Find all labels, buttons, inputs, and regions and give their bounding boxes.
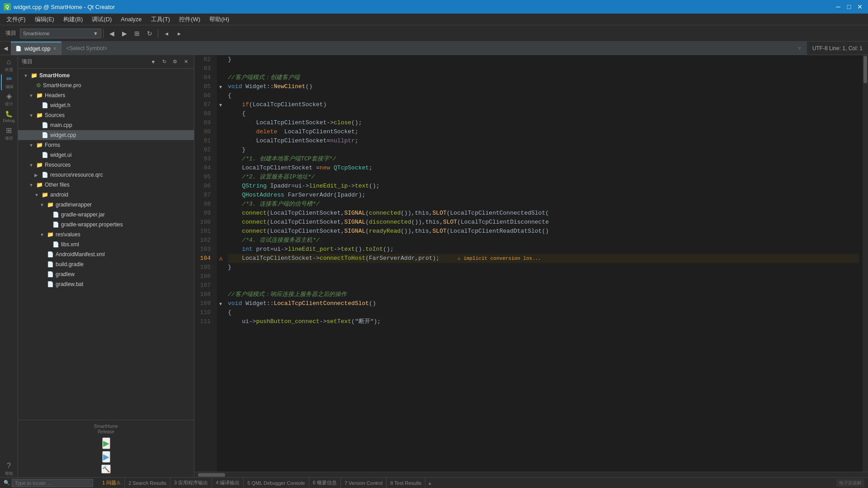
tree-item-main-cpp[interactable]: 📄 main.cpp [18,120,194,130]
toolbar-debug-nav-fwd[interactable]: ▸ [173,27,185,40]
tree-item-widget-cpp[interactable]: 📄 widget.cpp [18,130,194,140]
sidebar-project[interactable]: ⊞ 项目 [1,126,17,142]
sidebar-help[interactable]: ? 帮助 [1,461,17,477]
tree-item-android[interactable]: ▼ 📁 android [18,190,194,200]
fold-85[interactable]: ▼ [217,82,224,91]
toolbar-debug-nav-back[interactable]: ◂ [160,27,173,40]
gradle-wrapper-icon: 📁 [47,202,54,208]
tree-item-libs-xml[interactable]: 📄 libs.xml [18,239,194,249]
search-icon: 🔍 [4,480,10,486]
menu-edit[interactable]: 编辑(E) [30,14,59,24]
other-files-icon: 📁 [36,182,43,188]
status-logo: 电子反破解 [836,479,864,487]
tree-item-sources[interactable]: ▼ 📁 Sources [18,110,194,120]
horizontal-scrollbar[interactable] [194,472,868,477]
minimize-button[interactable]: ─ [834,2,843,11]
tree-item-forms[interactable]: ▼ 📁 Forms [18,140,194,150]
menu-build[interactable]: 构建(B) [59,14,87,24]
symbol-search[interactable]: <Select Symbol> ▼ [61,42,807,55]
tree-item-build-gradle[interactable]: 📄 build.gradle [18,259,194,269]
scrollbar-thumb[interactable] [863,56,867,83]
menu-controls[interactable]: 控件(W) [175,14,205,24]
tab-nav-left[interactable]: ◀ [0,43,11,54]
menu-file[interactable]: 文件(F) [2,14,30,24]
menu-tools[interactable]: 工具(T) [146,14,175,24]
project-selector[interactable]: SmartHome ▼ [20,28,101,38]
tree-item-gradlew[interactable]: 📄 gradlew [18,269,194,279]
toolbar-back[interactable]: ◀ [105,27,118,40]
tree-item-widget-h[interactable]: 📄 widget.h [18,100,194,110]
line-num-87: 87 [194,100,214,109]
line-num-83: 83 [194,64,214,73]
status-overview[interactable]: 6 概要信息 [309,478,341,488]
fold-98 [217,200,224,209]
menu-help[interactable]: 帮助(H) [205,14,234,24]
status-qml-debugger[interactable]: 5 QML Debugger Console [244,478,309,488]
sidebar-debug[interactable]: 🐛 Debug [1,108,17,125]
run-button[interactable]: ▶ [102,437,110,449]
tree-item-gradle-props[interactable]: 📄 gradle-wrapper.properties [18,220,194,230]
tab-close-button[interactable]: ✕ [53,46,57,51]
tree-item-widget-ui[interactable]: 📄 widget.ui [18,150,194,160]
status-search-results[interactable]: 2 Search Results [125,478,170,488]
res-values-arrow: ▼ [40,232,45,237]
tree-item-android-manifest[interactable]: 📄 AndroidManifest.xml [18,249,194,259]
code-line-109: void Widget:: LocalTcpClientConnectedSlo… [228,299,859,308]
menu-debug[interactable]: 调试(D) [87,14,116,24]
tree-item-res-values[interactable]: ▼ 📁 res\values [18,230,194,239]
line-num-93: 93 [194,155,214,164]
status-test-results[interactable]: 8 Test Results [387,478,425,488]
tree-item-gradle-jar[interactable]: 📄 gradle-wrapper.jar [18,210,194,220]
project-sync-btn[interactable]: ↻ [160,57,169,66]
maximize-button[interactable]: □ [844,2,854,11]
tree-item-gradlew-bat[interactable]: 📄 gradlew.bat [18,279,194,289]
status-expand-icon[interactable]: ▲ [427,480,432,486]
fold-109[interactable]: ▼ [217,299,224,308]
tree-item-other-files[interactable]: ▼ 📁 Other files [18,180,194,190]
status-problems[interactable]: 1 问题⚠ [99,478,125,488]
toolbar-sync[interactable]: ↻ [143,27,156,40]
widget-ui-icon: 📄 [42,152,48,158]
tree-item-pro[interactable]: ⚙ SmartHome.pro [18,80,194,90]
tree-item-resources[interactable]: ▼ 📁 Resources [18,160,194,170]
sidebar-design[interactable]: ◈ 设计 [1,91,17,108]
code-lines[interactable]: } //客户端模式：创建客户端 void Widget:: NewClinet … [224,55,863,472]
close-button[interactable]: ✕ [855,2,864,11]
debug-run-button[interactable]: ▶ [102,451,110,463]
fold-87[interactable]: ▼ [217,100,224,109]
file-tab-widget-cpp[interactable]: 📄 widget.cpp ✕ [11,42,61,55]
tab-bar: ◀ 📄 widget.cpp ✕ <Select Symbol> ▼ UTF-8… [0,42,868,55]
android-label: android [50,192,68,198]
tree-item-resource-qrc[interactable]: ▶ 📄 resource\resource.qrc [18,170,194,180]
build-button[interactable]: 🔨 [101,465,111,474]
tree-item-headers[interactable]: ▼ 📁 Headers [18,90,194,100]
toolbar-forward[interactable]: ▶ [118,27,131,40]
line-num-89: 89 [194,118,214,127]
fold-102 [217,236,224,245]
project-icon: ⊞ [6,126,12,135]
tree-item-smarthome[interactable]: ▼ 📁 SmartHome [18,70,194,80]
line-num-105: 105 [194,263,214,272]
h-scrollbar-thumb[interactable] [198,473,225,477]
toolbar-filter[interactable]: ⊞ [131,27,143,40]
line-num-111: 111 [194,317,214,326]
code-line-102: /*4. 尝试连接服务器主机*/ [228,236,859,245]
sidebar-welcome[interactable]: ⌂ 欢迎 [1,57,17,73]
tree-item-gradle-wrapper[interactable]: ▼ 📁 gradle\wrapper [18,200,194,210]
line-num-100: 100 [194,218,214,227]
code-editor[interactable]: 82 83 84 85 86 87 88 89 90 91 92 93 94 9… [194,55,868,477]
project-filter-btn[interactable]: ▼ [149,57,158,66]
project-panel: 项目 ▼ ↻ ⚙ ✕ ▼ 📁 SmartHome ⚙ SmartHome.pro [18,55,194,477]
status-compile-output[interactable]: 4 编译输出 [212,478,244,488]
status-version-control[interactable]: 7 Version Control [341,478,387,488]
sidebar-edit[interactable]: ✏ 编辑 [1,74,17,90]
code-scrollbar[interactable] [863,55,868,472]
code-line-82: } [228,55,859,64]
menu-analyze[interactable]: Analyze [116,15,146,23]
help-icon: ? [7,462,11,470]
gradlew-icon: 📄 [47,271,54,277]
locate-input[interactable] [12,479,93,487]
status-app-output[interactable]: 3 应用程序输出 [170,478,212,488]
project-close-btn[interactable]: ✕ [181,57,190,66]
project-settings-btn[interactable]: ⚙ [170,57,179,66]
